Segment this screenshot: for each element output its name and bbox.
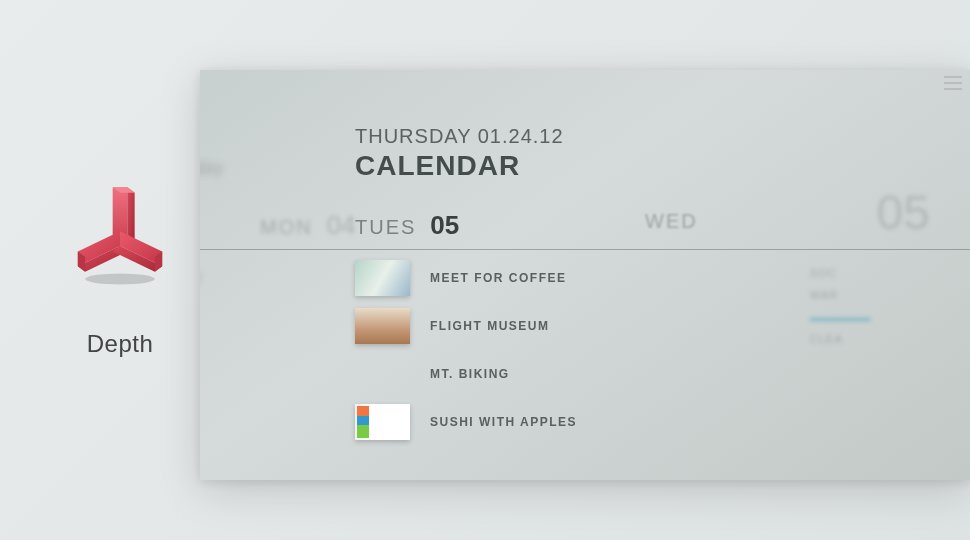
event-item[interactable]: MEET FOR COFFEE bbox=[355, 260, 577, 296]
svg-point-0 bbox=[85, 274, 155, 285]
menu-icon[interactable] bbox=[944, 76, 962, 90]
day-number-active: 05 bbox=[430, 210, 459, 241]
day-label: MON bbox=[260, 216, 313, 239]
svg-marker-1 bbox=[113, 187, 128, 235]
event-label: SUSHI WITH APPLES bbox=[430, 415, 577, 429]
upcoming-item: SOC bbox=[810, 262, 870, 284]
event-list: MEET FOR COFFEE FLIGHT MUSEUM MT. BIKING… bbox=[355, 260, 577, 452]
app-title: CALENDAR bbox=[355, 150, 564, 182]
day-tue[interactable]: TUES 05 bbox=[355, 210, 459, 241]
left-panel: Depth bbox=[40, 180, 200, 358]
note-line: Quality bbox=[200, 150, 224, 186]
day-mon[interactable]: MON 04 bbox=[260, 210, 356, 241]
day-number: 04 bbox=[327, 210, 356, 241]
upcoming-list: SOC WAR CLEA bbox=[810, 262, 870, 350]
event-item[interactable]: MT. BIKING bbox=[355, 356, 577, 392]
event-thumbnail bbox=[355, 260, 410, 296]
timeline: MON 04 TUES 05 WED bbox=[200, 210, 970, 250]
upcoming-item: CLEA bbox=[810, 328, 870, 350]
calendar-window: Quality tus e logy THURSDAY 01.24.12 CAL… bbox=[200, 70, 970, 480]
day-label: TUES bbox=[355, 216, 416, 239]
event-label: MEET FOR COFFEE bbox=[430, 271, 567, 285]
day-wed[interactable]: WED bbox=[645, 210, 712, 233]
event-thumbnail bbox=[355, 404, 410, 440]
current-date: THURSDAY 01.24.12 bbox=[355, 125, 564, 148]
svg-marker-2 bbox=[127, 187, 134, 240]
event-label: MT. BIKING bbox=[430, 367, 510, 381]
event-item[interactable]: SUSHI WITH APPLES bbox=[355, 404, 577, 440]
event-item[interactable]: FLIGHT MUSEUM bbox=[355, 308, 577, 344]
header: THURSDAY 01.24.12 CALENDAR bbox=[355, 125, 564, 182]
event-thumbnail bbox=[355, 308, 410, 344]
day-label: WED bbox=[645, 210, 698, 233]
depth-icon bbox=[65, 180, 175, 290]
event-label: FLIGHT MUSEUM bbox=[430, 319, 550, 333]
depth-label: Depth bbox=[40, 330, 200, 358]
note-line: logy bbox=[200, 258, 224, 294]
progress-bar bbox=[810, 318, 870, 321]
upcoming-item: WAR bbox=[810, 284, 870, 306]
